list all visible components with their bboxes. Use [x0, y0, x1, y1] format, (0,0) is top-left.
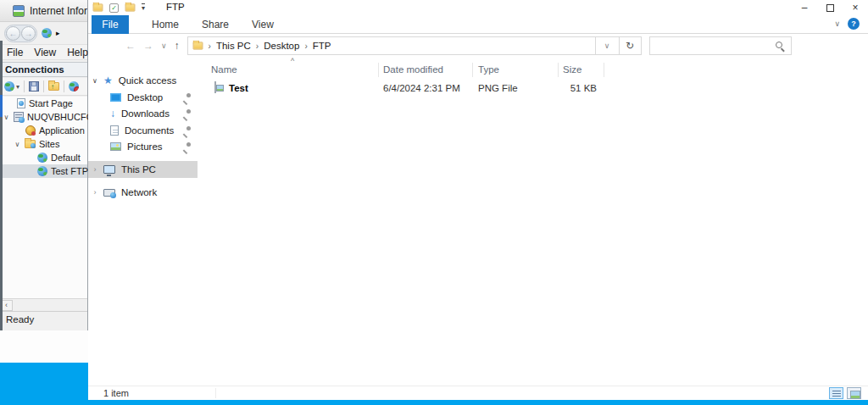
tree-item-server[interactable]: ∨ NUQVBHUCFG: [0, 110, 87, 124]
breadcrumb-ftp[interactable]: FTP: [313, 41, 331, 51]
nav-item-network[interactable]: › Network: [88, 185, 198, 200]
address-bar[interactable]: › This PC › Desktop › FTP: [187, 36, 596, 55]
forward-button[interactable]: →: [21, 26, 36, 41]
search-input[interactable]: [654, 38, 772, 53]
column-headers: ^ Name Date modified Type Size: [198, 59, 868, 78]
tree-item-test-ftp-site[interactable]: Test FTP: [0, 164, 87, 178]
sites-folder-icon: [25, 140, 36, 148]
item-count: 1 item: [103, 388, 129, 398]
go-up-button[interactable]: ↑: [48, 82, 59, 91]
nav-item-this-pc[interactable]: › This PC: [88, 161, 198, 178]
close-button[interactable]: ×: [843, 0, 868, 15]
properties-icon[interactable]: ✓: [109, 3, 119, 13]
column-divider[interactable]: [604, 63, 604, 77]
file-type: PNG File: [478, 83, 518, 93]
tree-item-label: Application: [39, 125, 85, 136]
menu-help[interactable]: Help: [67, 47, 88, 58]
nav-item-pictures[interactable]: Pictures: [88, 139, 198, 154]
details-view-button[interactable]: [829, 387, 843, 399]
nav-item-documents[interactable]: Documents: [88, 123, 198, 138]
website-icon: [37, 153, 47, 163]
nav-item-desktop[interactable]: Desktop: [88, 90, 198, 105]
toolbar-separator: [64, 80, 64, 92]
address-dropdown-button[interactable]: ∨: [596, 36, 620, 55]
file-size: 51 KB: [558, 83, 597, 93]
new-folder-icon[interactable]: [125, 4, 136, 12]
this-pc-icon: [103, 165, 115, 174]
folder-icon[interactable]: [93, 4, 103, 12]
file-row-test[interactable]: Test 6/4/2024 2:31 PM PNG File 51 KB: [198, 81, 723, 97]
forward-button[interactable]: →: [143, 40, 153, 52]
minimize-button[interactable]: –: [792, 0, 817, 15]
column-header-date-modified[interactable]: Date modified: [383, 64, 443, 75]
save-button[interactable]: [29, 81, 39, 92]
expand-chevron-icon[interactable]: ›: [90, 165, 100, 174]
tab-share[interactable]: Share: [202, 19, 229, 31]
iis-window-title: Internet Informati: [30, 5, 87, 17]
customize-toolbar-chevron-icon[interactable]: ▾: [142, 3, 145, 12]
ribbon-tabs: File Home Share View ∨ ?: [88, 15, 868, 34]
nav-item-quick-access[interactable]: ∨ ★ Quick access: [88, 73, 198, 88]
column-divider[interactable]: [558, 63, 559, 77]
server-icon: [14, 112, 24, 122]
collapse-chevron-icon[interactable]: ∨: [14, 141, 21, 148]
refresh-button[interactable]: ↻: [620, 36, 642, 55]
column-header-size[interactable]: Size: [563, 64, 581, 75]
explorer-titlebar[interactable]: ✓ ▾ FTP – ×: [88, 0, 868, 15]
tree-item-label: Sites: [39, 139, 59, 149]
breadcrumb-this-pc[interactable]: This PC: [216, 41, 251, 51]
collapse-chevron-icon[interactable]: ∨: [3, 114, 10, 121]
back-button[interactable]: ←: [125, 40, 136, 52]
sort-ascending-icon: ^: [291, 57, 294, 65]
menu-file[interactable]: File: [7, 47, 23, 58]
column-header-type[interactable]: Type: [478, 64, 499, 75]
tree-item-application-pools[interactable]: Application: [0, 124, 87, 137]
address-bar-row: ← → ∨ ↑ › This PC › Desktop › FTP ∨ ↻: [88, 34, 868, 58]
file-name: Test: [229, 83, 248, 93]
nav-item-label: Downloads: [121, 108, 170, 119]
window-controls: – ×: [792, 0, 868, 15]
screen-edge-artifact: [0, 41, 3, 330]
pin-icon: [183, 109, 191, 118]
tab-home[interactable]: Home: [152, 19, 179, 31]
navigation-pane: ∨ ★ Quick access Desktop ↓ Downloads Doc…: [88, 58, 198, 386]
menu-view[interactable]: View: [34, 47, 56, 58]
nav-item-label: Network: [121, 187, 157, 197]
column-header-name[interactable]: Name: [211, 64, 237, 75]
tree-item-default-site[interactable]: Default: [0, 151, 87, 164]
ribbon-right-controls: ∨ ?: [834, 18, 860, 30]
breadcrumb-desktop[interactable]: Desktop: [264, 41, 299, 51]
large-icons-view-button[interactable]: [847, 387, 861, 399]
nav-item-label: This PC: [121, 164, 156, 175]
view-switcher: [829, 387, 861, 399]
tree-item-start-page[interactable]: Start Page: [0, 97, 87, 110]
create-connection-button[interactable]: ▾: [4, 81, 19, 92]
column-divider[interactable]: [378, 63, 379, 77]
tab-view[interactable]: View: [252, 19, 274, 31]
recent-locations-chevron-icon[interactable]: ∨: [161, 42, 167, 50]
network-icon: [103, 189, 115, 197]
expand-ribbon-chevron-icon[interactable]: ∨: [834, 19, 840, 28]
column-divider[interactable]: [472, 63, 473, 77]
file-explorer-window: ✓ ▾ FTP – × File Home Share View ∨ ? ← →: [88, 0, 868, 400]
horizontal-scrollbar[interactable]: ‹: [0, 298, 87, 311]
iis-titlebar[interactable]: Internet Informati: [0, 0, 87, 22]
file-list-area: ^ Name Date modified Type Size Test 6/4/…: [198, 58, 868, 386]
collapse-chevron-icon[interactable]: ∨: [90, 77, 100, 85]
search-box: [649, 36, 792, 55]
tree-item-label: NUQVBHUCFG: [27, 112, 93, 122]
back-button[interactable]: ←: [6, 26, 20, 41]
toolbar-separator: [43, 80, 44, 92]
maximize-button[interactable]: [817, 0, 843, 15]
breadcrumb-separator: ›: [256, 42, 259, 51]
tree-item-sites[interactable]: ∨ Sites: [0, 137, 87, 151]
help-button[interactable]: ?: [848, 18, 860, 30]
tab-file[interactable]: File: [92, 15, 129, 34]
expand-chevron-icon[interactable]: ›: [90, 188, 100, 197]
up-button[interactable]: ↑: [175, 40, 180, 52]
nav-item-label: Quick access: [119, 75, 176, 86]
nav-item-downloads[interactable]: ↓ Downloads: [88, 106, 198, 121]
nav-item-label: Pictures: [127, 141, 163, 152]
delete-connection-button[interactable]: [69, 81, 79, 92]
toolbar-separator: [24, 80, 25, 92]
